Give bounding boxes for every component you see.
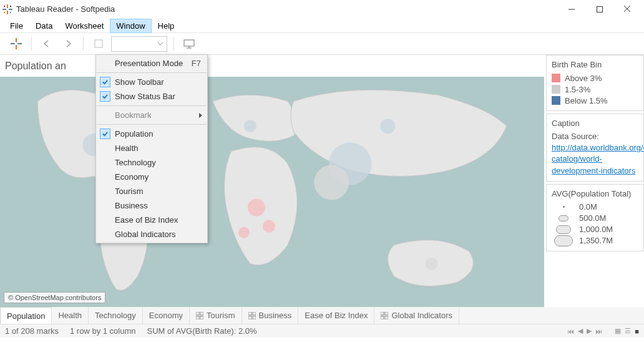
caption-card: Caption Data Source: http://data.worldba… [546,114,644,182]
menu-item-presentation-mode[interactable]: Presentation ModeF7 [96,56,207,70]
svg-rect-33 [200,312,203,315]
svg-rect-32 [196,312,199,315]
menu-item-technology[interactable]: Technology [96,155,207,170]
stop-icon[interactable]: ■ [635,328,639,335]
menu-item-economy[interactable]: Economy [96,170,207,184]
status-nav-icons: ⏮ ◀ ▶ ⏭ ▦ ☰ ■ [567,327,639,335]
menu-item-show-status-bar[interactable]: Show Status Bar [96,89,207,104]
toolbar [0,32,644,55]
svg-rect-15 [17,43,22,44]
tab-ease-of-biz-index[interactable]: Ease of Biz Index [298,307,374,324]
menu-item-population[interactable]: Population [96,127,207,141]
svg-rect-0 [7,4,8,8]
menu-data[interactable]: Data [29,19,59,33]
window-menu-dropdown: Presentation ModeF7Show ToolbarShow Stat… [95,54,208,243]
size-legend-item: 1,000.0M [552,224,638,235]
menu-item-bookmark[interactable]: Bookmark [96,108,207,122]
titlebar: Tableau Reader - Softpedia [0,0,644,19]
save-button[interactable] [90,35,107,52]
svg-rect-9 [597,6,602,12]
prev-icon[interactable]: ◀ [578,327,583,335]
size-bubble-icon [554,235,573,246]
svg-rect-7 [10,12,11,13]
presentation-button[interactable] [180,35,198,52]
size-legend: AVG(Population Total) 0.0M500.0M1,000.0M… [546,184,644,251]
birth-rate-legend: Birth Rate Bin Above 3%1.5-3%Below 1.5% [546,55,644,111]
menu-item-ease-of-biz-index[interactable]: Ease of Biz Index [96,213,207,227]
menu-item-show-toolbar[interactable]: Show Toolbar [96,75,207,89]
svg-point-28 [244,120,256,132]
tab-global-indicators[interactable]: Global Indicators [374,307,459,324]
dashboard-icon [196,312,203,319]
menu-item-tourism[interactable]: Tourism [96,184,207,198]
tab-health[interactable]: Health [52,307,89,324]
color-swatch [552,74,560,82]
menu-file[interactable]: File [4,19,29,33]
tab-population[interactable]: Population [0,307,52,324]
svg-rect-40 [381,312,384,315]
svg-rect-38 [248,316,251,319]
svg-rect-39 [253,316,256,319]
svg-point-26 [263,220,275,233]
svg-rect-4 [4,6,5,7]
color-swatch [552,96,560,105]
forward-button[interactable] [59,35,77,52]
maximize-button[interactable] [585,0,613,19]
svg-point-27 [238,227,250,238]
dashboard-icon [248,312,256,319]
last-icon[interactable]: ⏭ [595,328,602,335]
tab-business[interactable]: Business [242,307,299,324]
caption-link[interactable]: http://data.worldbank.org/data-catalog/w… [552,143,644,175]
menu-help[interactable]: Help [152,19,181,33]
size-legend-item: 500.0M [552,213,638,224]
menu-item-business[interactable]: Business [96,198,207,213]
svg-rect-35 [200,316,203,319]
window-title: Tableau Reader - Softpedia [16,4,115,14]
svg-rect-34 [196,316,199,319]
content-area: Population an © OpenStreetMap contributo… [0,55,644,307]
svg-rect-12 [16,38,17,42]
svg-point-25 [248,199,265,216]
svg-rect-14 [11,43,15,44]
sheet-tabs: PopulationHealthTechnologyEconomyTourism… [0,307,644,324]
menu-item-health[interactable]: Health [96,141,207,155]
size-legend-item: 0.0M [552,202,638,213]
svg-rect-2 [2,9,6,10]
caption-title: Caption [552,119,638,128]
next-icon[interactable]: ▶ [587,327,592,335]
list-view-icon[interactable]: ☰ [625,327,631,335]
legend-title: Birth Rate Bin [552,60,638,69]
menu-window[interactable]: Window [110,19,151,33]
size-select[interactable] [111,36,167,52]
map-viz[interactable]: Population an © OpenStreetMap contributo… [0,55,544,307]
svg-rect-43 [385,316,388,319]
check-icon [100,77,110,87]
legend-item[interactable]: Below 1.5% [552,95,638,106]
first-icon[interactable]: ⏮ [567,328,574,335]
svg-rect-3 [9,9,12,10]
tab-technology[interactable]: Technology [89,307,143,324]
legend-item[interactable]: 1.5-3% [552,84,638,95]
svg-point-29 [380,119,395,134]
grid-view-icon[interactable]: ▦ [615,327,621,335]
svg-rect-36 [248,312,251,315]
tab-economy[interactable]: Economy [143,307,190,324]
menu-item-global-indicators[interactable]: Global Indicators [96,227,207,241]
svg-rect-1 [7,11,8,14]
caption-text: Data Source: http://data.worldbank.org/d… [552,131,638,177]
side-panel: Birth Rate Bin Above 3%1.5-3%Below 1.5% … [544,55,644,307]
tab-tourism[interactable]: Tourism [190,307,242,324]
legend-item[interactable]: Above 3% [552,72,638,84]
svg-rect-5 [10,6,11,7]
status-layout: 1 row by 1 column [70,326,136,336]
minimize-button[interactable] [557,0,585,19]
statusbar: 1 of 208 marks 1 row by 1 column SUM of … [0,324,644,338]
back-button[interactable] [38,35,56,52]
svg-rect-13 [16,45,17,49]
svg-point-30 [426,258,438,270]
logo-button[interactable] [7,35,25,52]
svg-rect-16 [95,40,102,47]
menu-worksheet[interactable]: Worksheet [59,19,110,33]
svg-point-22 [314,165,349,200]
close-button[interactable] [613,0,642,19]
